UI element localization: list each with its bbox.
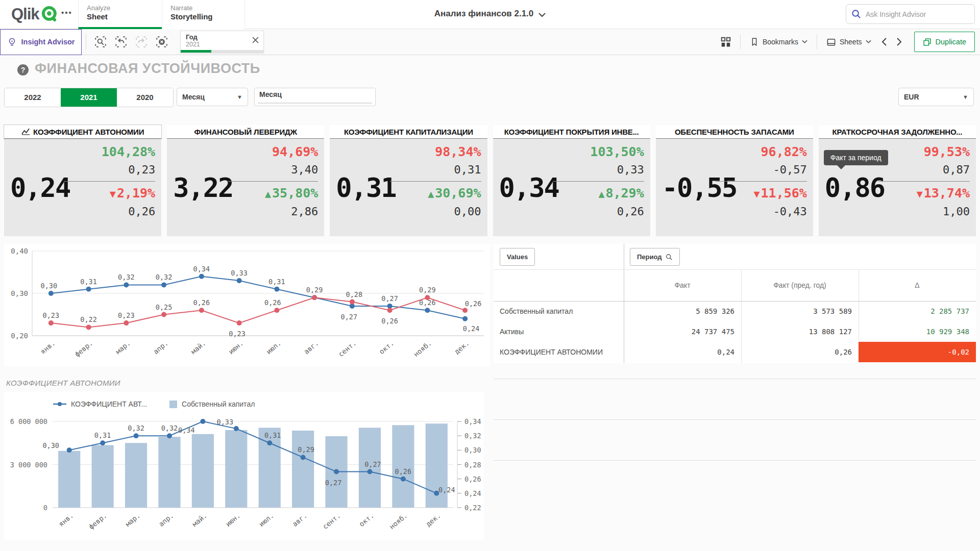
kpi-card[interactable]: КОЭФФИЦИЕНТ КАПИТАЛИЗАЦИИ0,3198,34%0,31▲… xyxy=(330,125,487,236)
search-in-selections-icon[interactable] xyxy=(94,35,107,48)
duplicate-icon xyxy=(923,38,932,46)
selection-field: Год xyxy=(186,33,259,41)
kpi-divider xyxy=(878,181,970,182)
column-header[interactable]: Факт xyxy=(624,269,741,301)
duplicate-label: Duplicate xyxy=(936,38,966,46)
kpi-percent: 104,28% xyxy=(64,143,155,161)
kpi-card[interactable]: ФИНАНСОВЫЙ ЛЕВЕРИДЖ3,2294,69%3,40▲35,80%… xyxy=(167,125,324,236)
insight-advisor-button[interactable]: Insight Advisor xyxy=(0,29,82,55)
clear-selections-icon[interactable] xyxy=(155,35,168,48)
next-sheet-icon[interactable] xyxy=(896,37,902,46)
combo-chart-object: КОЭФФИЦИЕНТ АВТ... Собственный капитал 0… xyxy=(4,392,484,540)
svg-text:0,32: 0,32 xyxy=(128,424,144,432)
help-icon[interactable]: ? xyxy=(17,64,29,76)
kpi-value: 0,31 xyxy=(336,172,396,203)
sheet-canvas: ? ФИНАНСОВАЯ УСТОЙЧИВОСТЬ 202220212020 М… xyxy=(0,55,980,551)
svg-text:0,23: 0,23 xyxy=(43,311,60,319)
kpi-percent: 96,82% xyxy=(716,143,807,161)
svg-text:февр.: февр. xyxy=(87,511,108,531)
row-divider xyxy=(494,379,976,379)
svg-text:0,20: 0,20 xyxy=(11,332,28,340)
currency-dropdown[interactable]: EUR ▼ xyxy=(898,88,974,106)
app-title-menu[interactable]: Анализ финансов 2.1.0 xyxy=(0,9,980,19)
column-header[interactable]: Δ xyxy=(859,269,976,301)
chevron-down-icon xyxy=(538,13,546,17)
svg-text:авг.: авг. xyxy=(290,511,308,528)
app-title: Анализ финансов 2.1.0 xyxy=(434,9,534,18)
kpi-card[interactable]: КРАТКОСРОЧНАЯ ЗАДОЛЖЕННО...Факт за перио… xyxy=(819,125,976,236)
month-listbox[interactable]: Месяц xyxy=(254,88,376,106)
column-header[interactable]: Факт (пред. год) xyxy=(741,269,859,301)
year-button-2020[interactable]: 2020 xyxy=(117,88,173,107)
kpi-value: 0,86 xyxy=(825,172,885,203)
kpi-card[interactable]: КОЭФФИЦИЕНТ ПОКРЫТИЯ ИНВЕ...0,34103,50%0… xyxy=(493,125,650,236)
svg-text:0,30: 0,30 xyxy=(41,282,58,290)
cell-prev-year[interactable]: 3 573 589 xyxy=(741,301,859,321)
sheet-heading: ФИНАНСОВАЯ УСТОЙЧИВОСТЬ xyxy=(35,61,260,77)
month-dropdown[interactable]: Месяц ▼ xyxy=(177,88,248,106)
legend-item-line[interactable]: КОЭФФИЦИЕНТ АВТ... xyxy=(53,400,147,408)
filter-row: 202220212020 Месяц ▼ Месяц EUR ▼ xyxy=(0,88,980,107)
cell-fact[interactable]: 24 737 475 xyxy=(624,321,741,342)
selections-toolbar: Insight Advisor Год 2021 xyxy=(0,29,980,55)
period-search-button[interactable]: Период xyxy=(630,248,680,266)
sheet-grid-icon[interactable] xyxy=(719,35,732,48)
trend-line-chart[interactable]: 0,200,300,40янв.февр.мар.апр.май.июн.июл… xyxy=(4,244,490,366)
svg-text:янв.: янв. xyxy=(57,511,75,528)
search-icon xyxy=(851,9,861,19)
svg-text:0,40: 0,40 xyxy=(11,247,28,255)
bar-series-swatch-icon xyxy=(169,400,177,408)
bookmarks-menu[interactable]: Bookmarks xyxy=(750,37,807,46)
remove-selection-icon[interactable] xyxy=(252,36,259,44)
svg-text:0,30: 0,30 xyxy=(464,446,481,454)
triangle-up-icon: ▲ xyxy=(265,188,271,200)
svg-text:нояб.: нояб. xyxy=(387,511,408,531)
row-label[interactable]: Собственный капитал xyxy=(494,301,624,321)
cell-delta[interactable]: -0,02 xyxy=(859,342,976,362)
legend-label: Собственный капитал xyxy=(182,400,255,408)
selection-chip-year[interactable]: Год 2021 xyxy=(180,31,264,53)
row-label[interactable]: Активы xyxy=(494,321,624,342)
kpi-body: 0,3198,34%0,31▲30,69%0,00 xyxy=(330,139,487,236)
svg-text:0,26: 0,26 xyxy=(465,299,482,308)
previous-sheet-icon[interactable] xyxy=(881,37,887,46)
cell-delta[interactable]: 10 929 348 xyxy=(859,321,976,342)
svg-text:дек.: дек. xyxy=(424,511,442,528)
svg-text:янв.: янв. xyxy=(39,339,57,356)
svg-text:нояб.: нояб. xyxy=(412,339,433,358)
svg-text:6 000 000: 6 000 000 xyxy=(10,417,47,425)
svg-text:май.: май. xyxy=(189,339,207,356)
cell-fact[interactable]: 5 859 326 xyxy=(624,301,741,321)
sheets-menu[interactable]: Sheets xyxy=(826,37,871,47)
cell-fact[interactable]: 0,24 xyxy=(624,342,741,362)
svg-text:0,31: 0,31 xyxy=(80,278,97,286)
triangle-down-icon: ▼ xyxy=(917,188,923,200)
combo-bar-line-chart[interactable]: 03 000 0006 000 0000,220,240,260,280,300… xyxy=(4,413,484,538)
kpi-value: 0,24 xyxy=(10,172,70,203)
kpi-card[interactable]: ОБЕСПЕЧЕННОСТЬ ЗАПАСАМИ-0,5596,82%-0,57▼… xyxy=(656,125,813,236)
cell-prev-year[interactable]: 0,26 xyxy=(741,342,859,362)
values-button[interactable]: Values xyxy=(500,248,535,266)
cell-prev-year[interactable]: 13 808 127 xyxy=(741,321,859,342)
legend-item-bar[interactable]: Собственный капитал xyxy=(169,400,255,408)
svg-text:апр.: апр. xyxy=(157,511,175,528)
svg-text:май.: май. xyxy=(190,511,208,528)
kpi-value: 3,22 xyxy=(173,172,233,203)
kpi-card[interactable]: КОЭФФИЦИЕНТ АВТОНОМИИ0,24104,28%0,23▼2,1… xyxy=(4,125,161,236)
top-bar: Qlik ••• Analyze Sheet Narrate Storytell… xyxy=(0,0,980,29)
svg-text:0,26: 0,26 xyxy=(464,475,481,483)
duplicate-button[interactable]: Duplicate xyxy=(914,32,975,52)
row-label[interactable]: КОЭФФИЦИЕНТ АВТОНОМИИ xyxy=(494,342,624,362)
cell-delta[interactable]: 2 285 737 xyxy=(859,301,976,321)
line-series-marker-icon xyxy=(53,401,66,407)
svg-text:0,27: 0,27 xyxy=(325,479,342,487)
kpi-reference-top: 0,87 xyxy=(878,161,970,179)
ask-insight-advisor-search[interactable]: Ask Insight Advisor xyxy=(846,4,975,24)
year-button-2022[interactable]: 2022 xyxy=(5,88,61,107)
kpi-delta-percent: ▲30,69% xyxy=(390,184,481,203)
svg-text:мар.: мар. xyxy=(124,511,141,528)
triangle-up-icon: ▲ xyxy=(428,188,434,200)
step-forward-selection-icon[interactable] xyxy=(135,35,148,48)
step-back-selection-icon[interactable] xyxy=(114,35,128,48)
year-button-2021[interactable]: 2021 xyxy=(61,88,117,107)
